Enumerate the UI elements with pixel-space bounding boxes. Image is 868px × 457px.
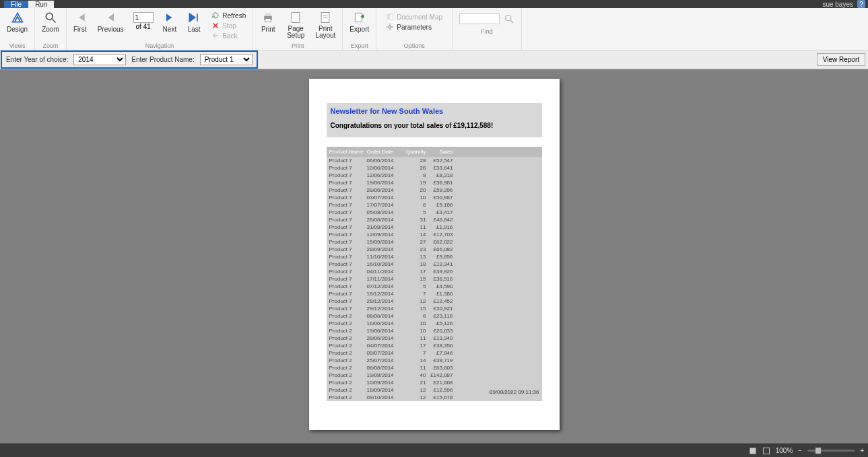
print-group-label: Print	[256, 42, 339, 50]
table-row: Product 704/11/201417£39,926	[327, 268, 542, 275]
run-tab[interactable]: Run	[28, 1, 54, 8]
next-icon	[163, 11, 176, 24]
export-button[interactable]: Export	[345, 9, 373, 42]
first-icon	[73, 11, 87, 24]
product-param-label: Enter Product Name:	[131, 56, 194, 63]
svg-rect-6	[265, 19, 271, 22]
parameters-icon	[386, 23, 394, 31]
svg-point-15	[506, 15, 511, 21]
page-setup-button[interactable]: Page Setup	[283, 9, 308, 42]
table-row: Product 728/12/201412£12,452	[327, 297, 542, 305]
svg-line-1	[52, 20, 55, 23]
table-row: Product 712/09/201414£12,703	[327, 231, 542, 238]
product-param-select[interactable]: Product 1	[200, 54, 253, 65]
parameter-bar: Enter Year of choice: 2014 Enter Product…	[0, 50, 868, 69]
design-button[interactable]: Design	[3, 9, 32, 42]
report-title: Newsletter for New South Wales	[331, 107, 538, 115]
svg-line-16	[510, 20, 513, 23]
report-page: Newsletter for New South Wales Congratul…	[309, 79, 560, 430]
title-bar: File Run sue bayes ?	[0, 0, 868, 8]
previous-button[interactable]: Previous	[94, 9, 128, 34]
svg-rect-12	[387, 14, 390, 20]
table-row: Product 728/08/201431£46,842	[327, 216, 542, 223]
year-param-label: Enter Year of choice:	[6, 56, 68, 63]
zoom-level: 100%	[776, 447, 793, 454]
file-tab[interactable]: File	[4, 1, 28, 8]
table-row: Product 705/08/20145£3,417	[327, 209, 542, 216]
back-button[interactable]: Back	[207, 31, 250, 40]
parameter-highlight: Enter Year of choice: 2014 Enter Product…	[1, 50, 258, 69]
svg-rect-7	[292, 13, 300, 23]
zoom-icon	[44, 11, 57, 24]
report-footer-time: 09/08/2022 09:11:36	[490, 389, 539, 395]
views-group-label: Views	[3, 42, 32, 50]
table-row: Product 206/08/201411£63,603	[327, 364, 542, 372]
zoom-in-button[interactable]: +	[860, 447, 864, 454]
ribbon: Design Views Zoom Zoom First Previous	[0, 8, 868, 50]
report-congrats: Congratulations on your total sales of £…	[331, 122, 538, 129]
svg-rect-17	[749, 448, 756, 454]
table-row: Product 731/08/201411£1,916	[327, 223, 542, 231]
parameters-button[interactable]: Parameters	[382, 22, 446, 32]
svg-point-14	[389, 26, 391, 28]
table-header-row: Product Name Order Date Quantity Sales	[327, 147, 542, 157]
table-row: Product 712/06/20148£8,218	[327, 172, 542, 179]
stop-button[interactable]: Stop	[207, 21, 250, 30]
table-row: Product 219/06/201410£20,033	[327, 327, 542, 335]
report-table: Product Name Order Date Quantity Sales P…	[327, 147, 542, 401]
export-icon	[353, 11, 366, 24]
table-row: Product 715/09/201427£62,022	[327, 238, 542, 246]
table-row: Product 710/06/201426£33,641	[327, 164, 542, 172]
table-row: Product 706/06/201428£52,547	[327, 157, 542, 164]
table-row: Product 204/07/201417£38,356	[327, 342, 542, 349]
zoom-button[interactable]: Zoom	[38, 9, 63, 42]
page-number-input[interactable]	[133, 12, 154, 23]
document-map-button[interactable]: Document Map	[382, 12, 446, 22]
print-layout-button[interactable]: Print Layout	[311, 9, 339, 42]
prev-icon	[104, 11, 117, 24]
svg-rect-5	[265, 13, 271, 15]
table-row: Product 711/10/201413£9,856	[327, 253, 542, 260]
page-setup-icon	[289, 11, 302, 24]
view-report-button[interactable]: View Report	[817, 53, 865, 66]
print-layout-icon	[319, 11, 332, 24]
last-button[interactable]: Last	[183, 9, 205, 34]
table-row: Product 717/11/201415£36,516	[327, 275, 542, 283]
help-icon[interactable]: ?	[857, 0, 865, 8]
document-map-icon	[386, 13, 394, 21]
year-param-select[interactable]: 2014	[73, 54, 126, 65]
table-row: Product 707/12/20145£4,590	[327, 283, 542, 290]
design-icon	[11, 11, 24, 24]
view-mode-2-icon[interactable]	[762, 447, 770, 455]
report-canvas[interactable]: Newsletter for New South Wales Congratul…	[0, 69, 868, 444]
refresh-button[interactable]: Refresh	[207, 11, 250, 20]
table-row: Product 728/06/201420£59,296	[327, 186, 542, 194]
table-row: Product 718/12/20147£1,380	[327, 290, 542, 297]
stop-icon	[211, 22, 220, 30]
svg-rect-18	[763, 448, 769, 454]
table-row: Product 219/08/201440£142,087	[327, 372, 542, 379]
navigation-group-label: Navigation	[69, 42, 250, 50]
table-row: Product 716/10/201418£12,341	[327, 260, 542, 268]
table-row: Product 703/07/201410£50,987	[327, 194, 542, 201]
table-row: Product 210/09/201421£21,608	[327, 379, 542, 386]
zoom-slider[interactable]	[807, 450, 855, 452]
first-button[interactable]: First	[69, 9, 91, 34]
status-bar: 100% − +	[0, 444, 868, 457]
print-button[interactable]: Print	[256, 9, 280, 42]
next-button[interactable]: Next	[159, 9, 181, 34]
export-group-label: Export	[345, 42, 373, 50]
find-input[interactable]	[459, 13, 500, 24]
view-mode-1-icon[interactable]	[749, 447, 757, 455]
user-name: sue bayes	[822, 1, 853, 8]
zoom-group-label: Zoom	[38, 42, 63, 50]
print-icon	[261, 11, 275, 24]
refresh-icon	[211, 11, 220, 20]
find-icon[interactable]	[504, 13, 514, 24]
table-row: Product 228/06/201411£13,340	[327, 335, 542, 342]
table-row: Product 225/07/201414£38,719	[327, 357, 542, 364]
table-row: Product 728/09/201423£66,082	[327, 246, 542, 253]
table-row: Product 729/12/201415£30,921	[327, 305, 542, 312]
zoom-out-button[interactable]: −	[798, 447, 802, 454]
find-group-label: Find	[455, 28, 519, 36]
